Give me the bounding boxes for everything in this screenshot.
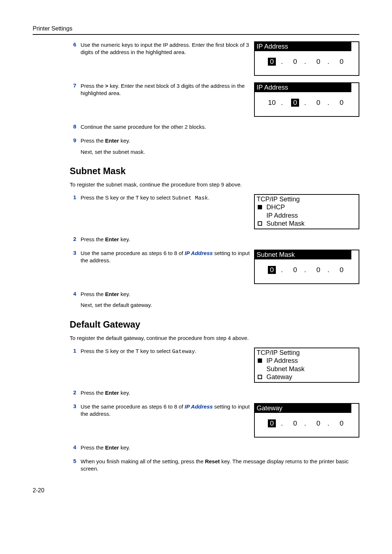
octet-4: 0 bbox=[332, 419, 351, 427]
dot: . bbox=[281, 58, 286, 66]
gateway-step-5: 5 When you finish making all of the sett… bbox=[70, 458, 359, 473]
step-number: 2 bbox=[70, 236, 81, 242]
step-number: 3 bbox=[70, 250, 81, 256]
octet-1: 0 bbox=[263, 419, 281, 427]
dot: . bbox=[281, 266, 286, 274]
step-number: 5 bbox=[70, 458, 81, 464]
dot: . bbox=[304, 99, 309, 107]
octet-3: 0 bbox=[309, 419, 327, 427]
page-number: 2-20 bbox=[33, 487, 359, 494]
step-text: Press the Enter key. bbox=[81, 236, 359, 243]
dot: . bbox=[281, 99, 286, 107]
step-number: 2 bbox=[70, 389, 81, 395]
lcd-title: Subnet Mask bbox=[255, 250, 351, 259]
step-text: Press the > key. Enter the next block of… bbox=[81, 82, 250, 97]
dot: . bbox=[304, 58, 309, 66]
lcd-title: Gateway bbox=[255, 404, 351, 413]
lcd-title-gap bbox=[351, 404, 359, 413]
dot: . bbox=[304, 266, 309, 274]
gateway-intro: To register the default gateway, continu… bbox=[70, 335, 359, 341]
lcd-title-gap bbox=[351, 250, 359, 259]
heading-default-gateway: Default Gateway bbox=[70, 319, 359, 330]
octet-2: 0 bbox=[286, 419, 304, 427]
subnet-step-3: 3 Use the same procedure as steps 6 to 8… bbox=[70, 250, 359, 284]
page-header: Printer Settings bbox=[33, 25, 359, 35]
lcd-ip-address-1: IP Address 0. 0. 0. 0 bbox=[254, 41, 359, 76]
menu-item: IP Address bbox=[265, 357, 359, 365]
dot: . bbox=[327, 266, 332, 274]
subnet-step-1: 1 Press the S key or the T key to select… bbox=[70, 194, 359, 229]
menu-item: DHCP bbox=[265, 203, 359, 212]
step-number: 1 bbox=[70, 194, 81, 200]
step-text: When you finish making all of the settin… bbox=[81, 458, 359, 473]
step-9: 9 Press the Enter key. Next, set the sub… bbox=[70, 137, 359, 156]
menu-item: Subnet Mask bbox=[265, 219, 359, 228]
lcd-menu-tcpip-2: TCP/IP Setting IP Address Subnet Mask Ga… bbox=[254, 348, 359, 383]
octet-1: 0 bbox=[263, 266, 281, 274]
step-number: 1 bbox=[70, 348, 81, 354]
gateway-step-3: 3 Use the same procedure as steps 6 to 8… bbox=[70, 403, 359, 438]
step-text: Press the S key or the T key to select G… bbox=[81, 348, 250, 356]
octet-4: 0 bbox=[332, 99, 351, 107]
gateway-step-2: 2 Press the Enter key. bbox=[70, 389, 359, 397]
menu-title: TCP/IP Setting bbox=[255, 195, 359, 204]
step-8: 8 Continue the same procedure for the ot… bbox=[70, 123, 359, 131]
step-6: 6 Use the numeric keys to input the IP a… bbox=[70, 41, 359, 76]
marker-hollow-icon bbox=[258, 375, 262, 379]
step-text: Continue the same procedure for the othe… bbox=[81, 123, 359, 131]
dot: . bbox=[327, 419, 332, 427]
menu-item: IP Address bbox=[265, 212, 359, 220]
subnet-step-2: 2 Press the Enter key. bbox=[70, 236, 359, 243]
lcd-title-gap bbox=[351, 83, 359, 92]
step-7: 7 Press the > key. Enter the next block … bbox=[70, 82, 359, 117]
link-ip-address[interactable]: IP Address bbox=[185, 250, 213, 256]
lcd-title: IP Address bbox=[255, 83, 351, 92]
step-number: 7 bbox=[70, 82, 81, 89]
menu-item: Gateway bbox=[265, 373, 359, 381]
step-text: Use the same procedure as steps 6 to 8 o… bbox=[81, 250, 250, 264]
octet-1: 0 bbox=[263, 58, 281, 66]
link-ip-address[interactable]: IP Address bbox=[185, 403, 213, 410]
subnet-step-4: 4 Press the Enter key. Next, set the def… bbox=[70, 291, 359, 309]
octet-3: 0 bbox=[309, 58, 327, 66]
step-text: Press the S key or the T key to select S… bbox=[81, 194, 250, 202]
octet-2: 0 bbox=[286, 58, 304, 66]
gateway-step-1: 1 Press the S key or the T key to select… bbox=[70, 348, 359, 383]
octet-2: 0 bbox=[286, 99, 304, 107]
lcd-menu-tcpip-1: TCP/IP Setting DHCP IP Address Subnet Ma… bbox=[254, 194, 359, 229]
heading-subnet-mask: Subnet Mask bbox=[70, 166, 359, 176]
lcd-title: IP Address bbox=[255, 42, 351, 51]
step-number: 6 bbox=[70, 41, 81, 48]
step-number: 9 bbox=[70, 137, 81, 143]
step-number: 8 bbox=[70, 123, 81, 130]
menu-title: TCP/IP Setting bbox=[255, 348, 359, 357]
octet-3: 0 bbox=[309, 99, 327, 107]
marker-icon bbox=[258, 358, 262, 363]
step-text: Use the numeric keys to input the IP add… bbox=[81, 41, 250, 56]
step-number: 4 bbox=[70, 444, 81, 450]
lcd-ip-address-2: IP Address 10. 0. 0. 0 bbox=[254, 82, 359, 117]
step-text: Press the Enter key. Next, set the subne… bbox=[81, 137, 359, 156]
gateway-step-4: 4 Press the Enter key. bbox=[70, 444, 359, 451]
dot: . bbox=[304, 419, 309, 427]
dot: . bbox=[281, 419, 286, 427]
marker-hollow-icon bbox=[258, 221, 262, 226]
octet-2: 0 bbox=[286, 266, 304, 274]
menu-item: Subnet Mask bbox=[265, 365, 359, 373]
octet-3: 0 bbox=[309, 266, 327, 274]
octet-4: 0 bbox=[332, 58, 351, 66]
step-text: Press the Enter key. bbox=[81, 389, 359, 397]
octet-1: 10 bbox=[263, 99, 281, 107]
lcd-subnet-mask: Subnet Mask 0. 0. 0. 0 bbox=[254, 250, 359, 284]
subnet-intro: To register the subnet mask, continue th… bbox=[70, 181, 359, 188]
lcd-title-gap bbox=[351, 42, 359, 51]
marker-icon bbox=[258, 205, 262, 209]
step-number: 3 bbox=[70, 403, 81, 409]
dot: . bbox=[327, 99, 332, 107]
step-text: Press the Enter key. Next, set the defau… bbox=[81, 291, 359, 309]
step-text: Press the Enter key. bbox=[81, 444, 359, 451]
step-number: 4 bbox=[70, 291, 81, 297]
step-text: Use the same procedure as steps 6 to 8 o… bbox=[81, 403, 250, 418]
octet-4: 0 bbox=[332, 266, 351, 274]
content-area: 6 Use the numeric keys to input the IP a… bbox=[33, 41, 359, 473]
